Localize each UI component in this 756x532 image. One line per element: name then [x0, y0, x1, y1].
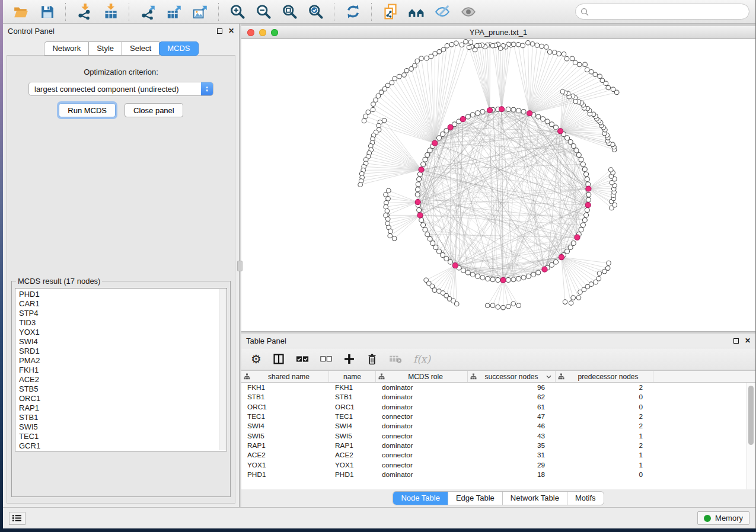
mcds-result-item[interactable]: STB1 — [19, 413, 218, 422]
hide-selected-icon[interactable] — [433, 4, 451, 20]
table-row[interactable]: RAP1RAP1dominator352 — [241, 441, 755, 450]
cell-role[interactable]: connector — [376, 412, 468, 421]
cell-name[interactable]: TEC1 — [329, 412, 376, 421]
cell-role[interactable]: dominator — [376, 403, 468, 411]
cell-successors[interactable]: 96 — [468, 383, 556, 392]
column-header[interactable]: shared name — [241, 371, 329, 382]
cell-shared-name[interactable]: ORC1 — [241, 403, 329, 411]
mcds-result-item[interactable]: TEC1 — [19, 432, 218, 441]
duplicate-network-icon[interactable] — [381, 4, 399, 20]
cell-role[interactable]: dominator — [376, 393, 468, 401]
tab-mcds[interactable]: MCDS — [159, 41, 198, 56]
cell-role[interactable]: dominator — [376, 422, 468, 430]
cell-successors[interactable]: 31 — [468, 451, 556, 459]
search-input[interactable] — [592, 7, 744, 16]
result-list-scrollbar[interactable] — [219, 289, 226, 450]
manage-columns-icon[interactable] — [273, 351, 285, 367]
mcds-result-item[interactable]: TID3 — [19, 318, 218, 328]
tab-network-table[interactable]: Network Table — [503, 492, 567, 505]
export-table-icon[interactable] — [165, 4, 183, 20]
cell-shared-name[interactable]: ACE2 — [241, 451, 329, 459]
cell-successors[interactable]: 43 — [468, 432, 556, 440]
table-row[interactable]: YOX1YOX1connector291 — [241, 460, 755, 469]
cell-predecessors[interactable]: 2 — [556, 441, 653, 450]
tab-motifs[interactable]: Motifs — [567, 492, 604, 505]
cell-predecessors[interactable]: 2 — [556, 422, 653, 430]
splitter-grip[interactable] — [237, 261, 243, 271]
cell-name[interactable]: SWI5 — [329, 432, 376, 440]
cell-name[interactable]: PHD1 — [329, 470, 376, 479]
cell-role[interactable]: dominator — [376, 470, 468, 479]
tab-edge-table[interactable]: Edge Table — [448, 492, 503, 505]
deselect-all-rows-icon[interactable] — [320, 351, 332, 367]
mcds-result-item[interactable]: YOX1 — [19, 328, 218, 337]
cell-role[interactable]: connector — [376, 461, 468, 469]
cell-role[interactable]: dominator — [376, 441, 468, 450]
open-file-icon[interactable] — [12, 4, 30, 20]
mcds-result-item[interactable]: ORC1 — [19, 394, 218, 403]
cell-predecessors[interactable]: 0 — [556, 403, 653, 411]
select-all-rows-icon[interactable] — [296, 351, 309, 367]
cell-name[interactable]: SWI4 — [329, 422, 376, 430]
cell-name[interactable]: FKH1 — [329, 383, 376, 392]
table-mode-gear-icon[interactable]: ⚙ — [251, 351, 261, 367]
cell-shared-name[interactable]: YOX1 — [241, 461, 329, 469]
mcds-result-item[interactable]: FKH1 — [19, 366, 218, 375]
mcds-result-item[interactable]: RAP1 — [19, 403, 218, 413]
import-network-icon[interactable] — [75, 4, 93, 20]
delete-columns-icon[interactable] — [366, 351, 378, 367]
memory-button[interactable]: Memory — [697, 511, 749, 525]
cell-role[interactable]: dominator — [376, 383, 468, 392]
mcds-result-item[interactable]: CAR1 — [19, 299, 218, 309]
mcds-result-item[interactable]: PHD1 — [19, 290, 218, 299]
cell-predecessors[interactable]: 0 — [556, 393, 653, 401]
cell-shared-name[interactable]: SWI5 — [241, 432, 329, 440]
cell-successors[interactable]: 18 — [468, 470, 556, 479]
run-mcds-button[interactable]: Run MCDS — [59, 103, 116, 117]
cell-successors[interactable]: 46 — [468, 422, 556, 430]
mcds-result-item[interactable]: PMA2 — [19, 356, 218, 366]
cell-name[interactable]: RAP1 — [329, 441, 376, 450]
cell-name[interactable]: YOX1 — [329, 461, 376, 469]
table-row[interactable]: SWI4SWI4dominator462 — [241, 421, 755, 431]
save-session-icon[interactable] — [38, 4, 56, 20]
import-table-icon[interactable] — [101, 4, 119, 20]
cell-successors[interactable]: 29 — [468, 461, 556, 469]
zoom-in-icon[interactable] — [228, 4, 246, 20]
cell-predecessors[interactable]: 1 — [556, 461, 653, 469]
refresh-view-icon[interactable] — [344, 4, 362, 20]
column-header[interactable]: successor nodes — [468, 371, 556, 382]
cell-name[interactable]: ORC1 — [329, 403, 376, 411]
search-box[interactable] — [575, 4, 749, 20]
table-row[interactable]: FKH1FKH1dominator962 — [241, 383, 755, 392]
cell-shared-name[interactable]: RAP1 — [241, 441, 329, 450]
export-image-icon[interactable] — [191, 4, 209, 20]
mcds-result-item[interactable]: SWI4 — [19, 337, 218, 347]
cell-shared-name[interactable]: FKH1 — [241, 383, 329, 392]
zoom-selected-icon[interactable] — [307, 4, 324, 20]
cell-shared-name[interactable]: PHD1 — [241, 470, 329, 479]
cell-shared-name[interactable]: STB1 — [241, 393, 329, 401]
mcds-result-item[interactable]: STP4 — [19, 309, 218, 318]
mcds-result-item[interactable]: ACE2 — [19, 375, 218, 384]
table-scrollbar-thumb[interactable] — [748, 386, 754, 445]
cell-successors[interactable]: 62 — [468, 393, 556, 401]
criterion-dropdown[interactable]: largest connected component (undirected)… — [28, 82, 213, 96]
cell-predecessors[interactable]: 2 — [556, 412, 653, 421]
cell-predecessors[interactable]: 1 — [556, 432, 653, 440]
first-neighbors-icon[interactable] — [407, 4, 425, 20]
mcds-result-item[interactable]: STB5 — [19, 384, 218, 394]
show-all-icon[interactable] — [460, 4, 477, 20]
mcds-result-item[interactable]: GCR1 — [19, 441, 218, 451]
column-header[interactable]: MCDS role — [376, 371, 468, 382]
table-row[interactable]: ACE2ACE2connector311 — [241, 450, 755, 460]
table-scrollbar[interactable] — [747, 383, 755, 489]
node-table[interactable]: shared namenameMCDS rolesuccessor nodesp… — [241, 370, 755, 489]
table-row[interactable]: SWI5SWI5connector431 — [241, 431, 755, 440]
cell-predecessors[interactable]: 1 — [556, 451, 653, 459]
column-header[interactable]: name — [329, 371, 376, 382]
cell-shared-name[interactable]: TEC1 — [241, 412, 329, 421]
mcds-result-list[interactable]: PHD1CAR1STP4TID3YOX1SWI4SRD1PMA2FKH1ACE2… — [15, 288, 227, 451]
add-column-icon[interactable] — [343, 351, 355, 367]
network-window-titlebar[interactable]: YPA_prune.txt_1 — [241, 26, 755, 39]
